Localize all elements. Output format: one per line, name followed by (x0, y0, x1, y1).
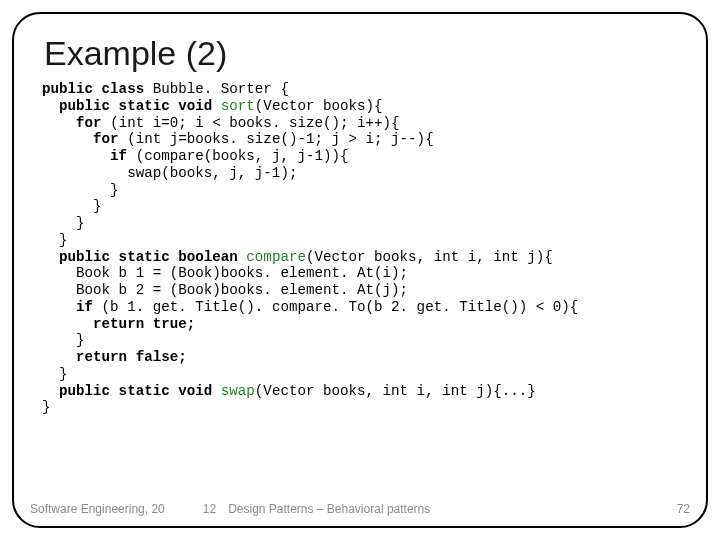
kw: if (42, 148, 136, 164)
kw: public static void (42, 98, 221, 114)
t: } (42, 366, 68, 382)
t: } (42, 215, 85, 231)
kw: public static boolean (42, 249, 246, 265)
footer-subject: Software Engineering, 2012 (30, 502, 216, 516)
t: (compare(books, j, j-1)){ (136, 148, 349, 164)
t: Book b 1 = (Book)books. element. At(i); (42, 265, 408, 281)
footer-subject-text: Software Engineering, 20 (30, 502, 165, 516)
t: (b 1. get. Title(). compare. To(b 2. get… (102, 299, 579, 315)
kw: public static void (42, 383, 221, 399)
footer-design: Design Patterns – Behavioral patterns (216, 502, 677, 516)
t: (Vector books, int i, int j){ (306, 249, 553, 265)
t: (Vector books, int i, int j){...} (255, 383, 536, 399)
footer-subnum: 12 (165, 502, 216, 516)
fn-compare: compare (246, 249, 306, 265)
t: (int i=0; i < books. size(); i++){ (110, 115, 399, 131)
kw: for (42, 115, 110, 131)
t: swap(books, j, j-1); (42, 165, 297, 181)
fn-sort: sort (221, 98, 255, 114)
kw: public class (42, 81, 153, 97)
t: Bubble. Sorter { (153, 81, 289, 97)
slide-frame: Example (2) public class Bubble. Sorter … (12, 12, 708, 528)
t: Book b 2 = (Book)books. element. At(j); (42, 282, 408, 298)
kw: if (42, 299, 102, 315)
t: (int j=books. size()-1; j > i; j--){ (127, 131, 434, 147)
slide-title: Example (2) (44, 34, 678, 73)
footer-page: 72 (677, 502, 690, 516)
t: return true; (42, 316, 195, 332)
fn-swap: swap (221, 383, 255, 399)
t: } (42, 232, 68, 248)
t: } (42, 198, 102, 214)
footer: Software Engineering, 2012 Design Patter… (30, 502, 690, 516)
t: } (42, 399, 51, 415)
t: } (42, 182, 119, 198)
kw: for (42, 131, 127, 147)
t: return false; (42, 349, 187, 365)
code-block: public class Bubble. Sorter { public sta… (42, 81, 678, 416)
t: } (42, 332, 85, 348)
t: (Vector books){ (255, 98, 383, 114)
